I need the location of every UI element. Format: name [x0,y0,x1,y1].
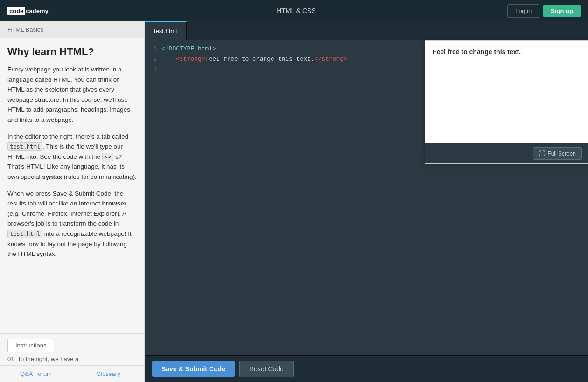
lesson-breadcrumb: HTML Basics [0,21,144,38]
preview-toolbar: ⛶ Full Screen [425,143,588,163]
inline-code-angle: <> [102,153,113,161]
editor-tab-test-html[interactable]: test.html [145,21,187,40]
qa-forum-link[interactable]: Q&A Forum [0,366,72,382]
reset-code-button[interactable]: Reset Code [239,361,294,377]
line-number-3: 3 [145,66,161,73]
lesson-paragraph-1: Every webpage you look at is written in … [7,64,137,125]
glossary-link[interactable]: Glossary [72,366,144,382]
fullscreen-button[interactable]: ⛶ Full Screen [533,147,582,160]
inline-code-test-html-2: test.html [7,230,42,238]
chevron-icon: ‹ [272,7,274,14]
bold-browser: browser [102,200,127,207]
bottom-nav-row: Q&A Forum Glossary [0,365,144,382]
line-number-2: 2 [145,56,161,63]
instructions-tab-row: Instructions [0,334,144,352]
fullscreen-icon: ⛶ [539,150,545,157]
bottom-bar: Save & Submit Code Reset Code [145,355,588,382]
lesson-title: Why learn HTML? [7,46,137,58]
preview-content: Feel free to change this text. [425,41,588,143]
lesson-content: Why learn HTML? Every webpage you look a… [0,38,144,333]
logo-code: code [7,7,25,15]
browser-examples: e.g. [10,210,21,217]
instructions-tab[interactable]: Instructions [7,339,54,352]
lesson-body: Every webpage you look at is written in … [7,64,137,259]
signup-button[interactable]: Sign up [543,5,581,17]
main-layout: HTML Basics Why learn HTML? Every webpag… [0,21,588,382]
header-nav: Log in Sign up [507,4,581,18]
left-panel-bottom: Instructions 01. To the right, we have a… [0,333,144,382]
fullscreen-label: Full Screen [547,150,576,157]
editor-tabs: test.html [145,21,588,40]
lesson-paragraph-2: In the editor to the right, there's a ta… [7,132,137,182]
line-content-2: <strong>Feel free to change this text.</… [161,56,347,63]
right-area: test.html 1 <!DOCTYPE html> 2 <strong>Fe… [145,21,588,382]
logo-academy: cademy [26,7,48,14]
preview-text: Feel free to change this text. [433,48,521,56]
course-title: HTML & CSS [277,7,316,14]
left-panel: HTML Basics Why learn HTML? Every webpag… [0,21,145,382]
line-content-1: <!DOCTYPE html> [161,45,216,52]
instruction-preview: 01. To the right, we have a [0,352,144,365]
bold-syntax: syntax [42,173,62,180]
save-submit-button[interactable]: Save & Submit Code [152,361,235,377]
logo: codecademy [7,7,49,15]
inline-code-test-html: test.html [7,142,42,151]
preview-box: Feel free to change this text. ⛶ Full Sc… [425,40,588,164]
lesson-paragraph-3: When we press Save & Submit Code, the re… [7,189,137,259]
login-button[interactable]: Log in [507,4,539,18]
line-number-1: 1 [145,45,161,52]
header: codecademy ‹ HTML & CSS Log in Sign up [0,0,588,21]
course-title-area: ‹ HTML & CSS [272,7,316,14]
editor-and-preview: 1 <!DOCTYPE html> 2 <strong>Feel free to… [145,40,588,355]
